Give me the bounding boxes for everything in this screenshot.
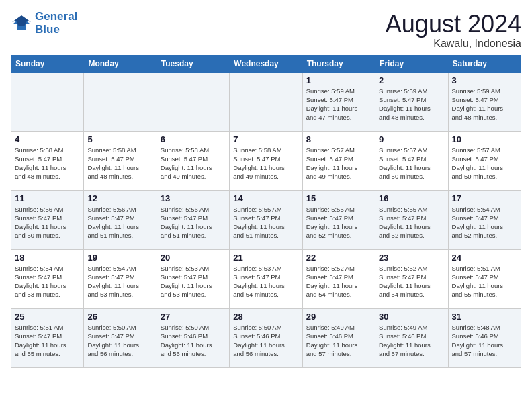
calendar-cell: 12Sunrise: 5:56 AM Sunset: 5:47 PM Dayli… (84, 190, 157, 249)
calendar-cell: 30Sunrise: 5:49 AM Sunset: 5:46 PM Dayli… (375, 308, 448, 367)
day-number: 3 (452, 75, 517, 85)
day-number: 18 (15, 253, 80, 263)
day-info: Sunrise: 5:58 AM Sunset: 5:47 PM Dayligh… (87, 146, 152, 181)
month-year-title: August 2024 (386, 11, 521, 38)
calendar-cell: 21Sunrise: 5:53 AM Sunset: 5:47 PM Dayli… (230, 249, 302, 308)
day-info: Sunrise: 5:48 AM Sunset: 5:46 PM Dayligh… (452, 323, 517, 359)
day-number: 7 (233, 134, 298, 144)
day-number: 25 (15, 312, 80, 322)
calendar-cell: 9Sunrise: 5:57 AM Sunset: 5:47 PM Daylig… (375, 131, 448, 190)
day-number: 2 (379, 75, 444, 85)
calendar-cell: 17Sunrise: 5:54 AM Sunset: 5:47 PM Dayli… (448, 190, 521, 249)
dow-tuesday: Tuesday (157, 55, 229, 72)
day-info: Sunrise: 5:56 AM Sunset: 5:47 PM Dayligh… (15, 205, 80, 240)
calendar-cell (157, 72, 229, 131)
day-number: 13 (161, 193, 226, 203)
day-number: 6 (161, 134, 226, 144)
calendar-cell: 11Sunrise: 5:56 AM Sunset: 5:47 PM Dayli… (11, 190, 84, 249)
day-number: 22 (306, 253, 371, 263)
calendar-cell: 18Sunrise: 5:54 AM Sunset: 5:47 PM Dayli… (11, 249, 84, 308)
calendar-cell (11, 72, 84, 131)
calendar-cell (84, 72, 157, 131)
day-info: Sunrise: 5:58 AM Sunset: 5:47 PM Dayligh… (161, 146, 226, 181)
page-header: General Blue August 2024 Kawalu, Indones… (11, 11, 521, 50)
day-info: Sunrise: 5:50 AM Sunset: 5:46 PM Dayligh… (161, 323, 226, 359)
dow-saturday: Saturday (448, 55, 521, 72)
calendar-cell: 27Sunrise: 5:50 AM Sunset: 5:46 PM Dayli… (157, 308, 229, 367)
calendar-cell: 14Sunrise: 5:55 AM Sunset: 5:47 PM Dayli… (230, 190, 302, 249)
day-info: Sunrise: 5:51 AM Sunset: 5:47 PM Dayligh… (452, 264, 517, 300)
day-number: 15 (306, 193, 371, 203)
day-info: Sunrise: 5:58 AM Sunset: 5:47 PM Dayligh… (15, 146, 80, 181)
calendar-cell: 23Sunrise: 5:52 AM Sunset: 5:47 PM Dayli… (375, 249, 448, 308)
day-number: 9 (379, 134, 444, 144)
day-info: Sunrise: 5:54 AM Sunset: 5:47 PM Dayligh… (15, 264, 80, 300)
calendar-cell: 4Sunrise: 5:58 AM Sunset: 5:47 PM Daylig… (11, 131, 84, 190)
day-number: 19 (87, 253, 152, 263)
svg-marker-1 (12, 15, 31, 26)
day-info: Sunrise: 5:59 AM Sunset: 5:47 PM Dayligh… (306, 87, 371, 122)
day-info: Sunrise: 5:58 AM Sunset: 5:47 PM Dayligh… (233, 146, 298, 181)
location-label: Kawalu, Indonesia (386, 38, 521, 50)
calendar-cell: 20Sunrise: 5:53 AM Sunset: 5:47 PM Dayli… (157, 249, 229, 308)
day-info: Sunrise: 5:54 AM Sunset: 5:47 PM Dayligh… (452, 205, 517, 240)
calendar-cell: 24Sunrise: 5:51 AM Sunset: 5:47 PM Dayli… (448, 249, 521, 308)
day-number: 5 (87, 134, 152, 144)
day-number: 16 (379, 193, 444, 203)
day-number: 24 (452, 253, 517, 263)
day-number: 17 (452, 193, 517, 203)
logo-blue: Blue (35, 24, 77, 36)
day-number: 30 (379, 312, 444, 322)
day-info: Sunrise: 5:53 AM Sunset: 5:47 PM Dayligh… (233, 264, 298, 300)
day-info: Sunrise: 5:59 AM Sunset: 5:47 PM Dayligh… (379, 87, 444, 122)
day-number: 8 (306, 134, 371, 144)
day-info: Sunrise: 5:55 AM Sunset: 5:47 PM Dayligh… (306, 205, 371, 240)
calendar-cell: 3Sunrise: 5:59 AM Sunset: 5:47 PM Daylig… (448, 72, 521, 131)
day-number: 1 (306, 75, 371, 85)
calendar-cell: 15Sunrise: 5:55 AM Sunset: 5:47 PM Dayli… (302, 190, 375, 249)
day-number: 11 (15, 193, 80, 203)
calendar-cell: 6Sunrise: 5:58 AM Sunset: 5:47 PM Daylig… (157, 131, 229, 190)
day-info: Sunrise: 5:59 AM Sunset: 5:47 PM Dayligh… (452, 87, 517, 122)
day-number: 4 (15, 134, 80, 144)
day-info: Sunrise: 5:57 AM Sunset: 5:47 PM Dayligh… (452, 146, 517, 181)
day-info: Sunrise: 5:55 AM Sunset: 5:47 PM Dayligh… (379, 205, 444, 240)
calendar-cell: 19Sunrise: 5:54 AM Sunset: 5:47 PM Dayli… (84, 249, 157, 308)
day-info: Sunrise: 5:52 AM Sunset: 5:47 PM Dayligh… (379, 264, 444, 300)
dow-friday: Friday (375, 55, 448, 72)
calendar-cell: 13Sunrise: 5:56 AM Sunset: 5:47 PM Dayli… (157, 190, 229, 249)
dow-wednesday: Wednesday (230, 55, 302, 72)
calendar-table: SundayMondayTuesdayWednesdayThursdayFrid… (11, 55, 521, 368)
day-info: Sunrise: 5:53 AM Sunset: 5:47 PM Dayligh… (161, 264, 226, 300)
calendar-cell: 16Sunrise: 5:55 AM Sunset: 5:47 PM Dayli… (375, 190, 448, 249)
day-info: Sunrise: 5:54 AM Sunset: 5:47 PM Dayligh… (87, 264, 152, 300)
day-number: 28 (233, 312, 298, 322)
calendar-cell: 28Sunrise: 5:50 AM Sunset: 5:46 PM Dayli… (230, 308, 302, 367)
day-info: Sunrise: 5:50 AM Sunset: 5:46 PM Dayligh… (233, 323, 298, 359)
day-number: 14 (233, 193, 298, 203)
calendar-cell: 2Sunrise: 5:59 AM Sunset: 5:47 PM Daylig… (375, 72, 448, 131)
day-number: 29 (306, 312, 371, 322)
logo-icon (11, 14, 32, 33)
calendar-cell: 8Sunrise: 5:57 AM Sunset: 5:47 PM Daylig… (302, 131, 375, 190)
dow-sunday: Sunday (11, 55, 84, 72)
day-info: Sunrise: 5:56 AM Sunset: 5:47 PM Dayligh… (87, 205, 152, 240)
day-info: Sunrise: 5:49 AM Sunset: 5:46 PM Dayligh… (379, 323, 444, 359)
day-info: Sunrise: 5:57 AM Sunset: 5:47 PM Dayligh… (306, 146, 371, 181)
calendar-cell: 5Sunrise: 5:58 AM Sunset: 5:47 PM Daylig… (84, 131, 157, 190)
day-info: Sunrise: 5:51 AM Sunset: 5:47 PM Dayligh… (15, 323, 80, 359)
day-number: 10 (452, 134, 517, 144)
day-number: 12 (87, 193, 152, 203)
title-block: August 2024 Kawalu, Indonesia (386, 11, 521, 50)
calendar-cell: 22Sunrise: 5:52 AM Sunset: 5:47 PM Dayli… (302, 249, 375, 308)
day-info: Sunrise: 5:57 AM Sunset: 5:47 PM Dayligh… (379, 146, 444, 181)
calendar-cell: 25Sunrise: 5:51 AM Sunset: 5:47 PM Dayli… (11, 308, 84, 367)
calendar-cell: 26Sunrise: 5:50 AM Sunset: 5:47 PM Dayli… (84, 308, 157, 367)
dow-thursday: Thursday (302, 55, 375, 72)
day-number: 23 (379, 253, 444, 263)
dow-monday: Monday (84, 55, 157, 72)
calendar-cell: 10Sunrise: 5:57 AM Sunset: 5:47 PM Dayli… (448, 131, 521, 190)
day-number: 21 (233, 253, 298, 263)
day-info: Sunrise: 5:49 AM Sunset: 5:46 PM Dayligh… (306, 323, 371, 359)
day-info: Sunrise: 5:50 AM Sunset: 5:47 PM Dayligh… (87, 323, 152, 359)
